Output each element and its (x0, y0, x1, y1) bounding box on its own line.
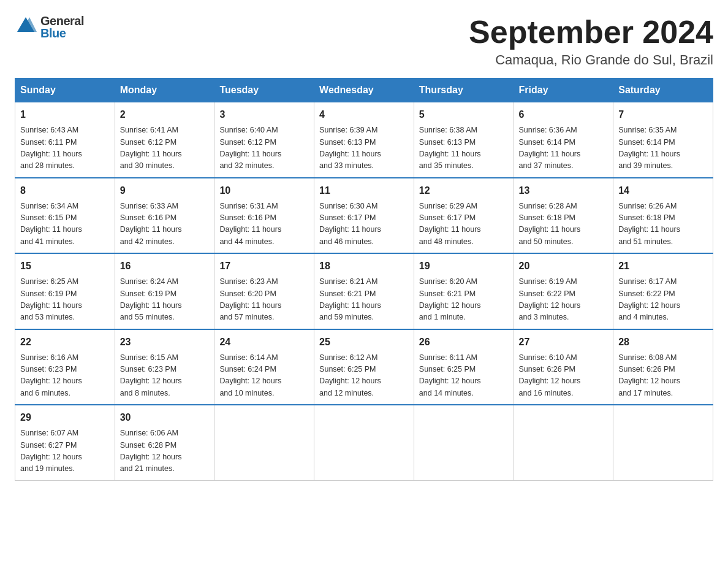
calendar-day-cell: 4Sunrise: 6:39 AM Sunset: 6:13 PM Daylig… (314, 102, 414, 178)
calendar-day-cell: 1Sunrise: 6:43 AM Sunset: 6:11 PM Daylig… (15, 102, 115, 178)
calendar-subtitle: Camaqua, Rio Grande do Sul, Brazil (469, 52, 713, 68)
day-number: 3 (219, 107, 309, 122)
calendar-week-row: 8Sunrise: 6:34 AM Sunset: 6:15 PM Daylig… (15, 178, 713, 254)
calendar-day-cell (214, 405, 314, 480)
day-number: 13 (519, 183, 609, 198)
day-info: Sunrise: 6:07 AM Sunset: 6:27 PM Dayligh… (20, 427, 110, 475)
calendar-week-row: 15Sunrise: 6:25 AM Sunset: 6:19 PM Dayli… (15, 253, 713, 329)
calendar-day-cell: 3Sunrise: 6:40 AM Sunset: 6:12 PM Daylig… (214, 102, 314, 178)
day-number: 21 (618, 259, 708, 274)
page-header: General Blue September 2024 Camaqua, Rio… (15, 15, 713, 68)
calendar-day-cell: 16Sunrise: 6:24 AM Sunset: 6:19 PM Dayli… (115, 253, 214, 329)
calendar-day-cell: 22Sunrise: 6:16 AM Sunset: 6:23 PM Dayli… (15, 329, 115, 405)
day-number: 24 (219, 335, 309, 350)
day-info: Sunrise: 6:39 AM Sunset: 6:13 PM Dayligh… (319, 124, 409, 172)
day-info: Sunrise: 6:17 AM Sunset: 6:22 PM Dayligh… (618, 276, 708, 324)
calendar-day-cell: 8Sunrise: 6:34 AM Sunset: 6:15 PM Daylig… (15, 178, 115, 254)
day-info: Sunrise: 6:41 AM Sunset: 6:12 PM Dayligh… (120, 124, 210, 172)
calendar-day-cell (414, 405, 514, 480)
logo: General Blue (15, 15, 84, 39)
calendar-day-cell: 11Sunrise: 6:30 AM Sunset: 6:17 PM Dayli… (314, 178, 414, 254)
day-info: Sunrise: 6:11 AM Sunset: 6:25 PM Dayligh… (419, 352, 509, 400)
logo-text-general: General (40, 15, 84, 27)
day-number: 16 (120, 259, 210, 274)
day-number: 20 (519, 259, 609, 274)
calendar-day-cell: 18Sunrise: 6:21 AM Sunset: 6:21 PM Dayli… (314, 253, 414, 329)
day-info: Sunrise: 6:26 AM Sunset: 6:18 PM Dayligh… (618, 201, 708, 248)
day-info: Sunrise: 6:06 AM Sunset: 6:28 PM Dayligh… (120, 427, 210, 475)
day-of-week-header: Tuesday (214, 79, 314, 102)
day-info: Sunrise: 6:25 AM Sunset: 6:19 PM Dayligh… (20, 276, 110, 324)
day-info: Sunrise: 6:08 AM Sunset: 6:26 PM Dayligh… (618, 352, 708, 400)
day-number: 6 (519, 107, 609, 122)
calendar-week-row: 29Sunrise: 6:07 AM Sunset: 6:27 PM Dayli… (15, 405, 713, 480)
day-info: Sunrise: 6:34 AM Sunset: 6:15 PM Dayligh… (20, 201, 110, 248)
day-number: 28 (618, 335, 708, 350)
day-number: 12 (419, 183, 509, 198)
day-info: Sunrise: 6:28 AM Sunset: 6:18 PM Dayligh… (519, 201, 609, 248)
day-number: 9 (120, 183, 210, 198)
calendar-day-cell: 17Sunrise: 6:23 AM Sunset: 6:20 PM Dayli… (214, 253, 314, 329)
calendar-day-cell (613, 405, 713, 480)
day-number: 25 (319, 335, 409, 350)
calendar-day-cell: 6Sunrise: 6:36 AM Sunset: 6:14 PM Daylig… (514, 102, 613, 178)
day-info: Sunrise: 6:30 AM Sunset: 6:17 PM Dayligh… (319, 201, 409, 248)
title-area: September 2024 Camaqua, Rio Grande do Su… (469, 15, 713, 68)
calendar-day-cell: 5Sunrise: 6:38 AM Sunset: 6:13 PM Daylig… (414, 102, 514, 178)
day-of-week-header: Monday (115, 79, 214, 102)
day-number: 26 (419, 335, 509, 350)
day-of-week-header: Thursday (414, 79, 514, 102)
day-info: Sunrise: 6:35 AM Sunset: 6:14 PM Dayligh… (618, 124, 708, 172)
calendar-day-cell: 23Sunrise: 6:15 AM Sunset: 6:23 PM Dayli… (115, 329, 214, 405)
calendar-week-row: 1Sunrise: 6:43 AM Sunset: 6:11 PM Daylig… (15, 102, 713, 178)
calendar-day-cell: 12Sunrise: 6:29 AM Sunset: 6:17 PM Dayli… (414, 178, 514, 254)
day-info: Sunrise: 6:21 AM Sunset: 6:21 PM Dayligh… (319, 276, 409, 324)
day-number: 30 (120, 410, 210, 425)
calendar-header-row: SundayMondayTuesdayWednesdayThursdayFrid… (15, 79, 713, 102)
day-number: 10 (219, 183, 309, 198)
calendar-day-cell: 10Sunrise: 6:31 AM Sunset: 6:16 PM Dayli… (214, 178, 314, 254)
calendar-day-cell: 29Sunrise: 6:07 AM Sunset: 6:27 PM Dayli… (15, 405, 115, 480)
day-number: 18 (319, 259, 409, 274)
day-number: 11 (319, 183, 409, 198)
logo-icon (15, 15, 37, 37)
day-info: Sunrise: 6:14 AM Sunset: 6:24 PM Dayligh… (219, 352, 309, 400)
calendar-day-cell: 24Sunrise: 6:14 AM Sunset: 6:24 PM Dayli… (214, 329, 314, 405)
logo-text-blue: Blue (40, 27, 84, 39)
calendar-day-cell: 2Sunrise: 6:41 AM Sunset: 6:12 PM Daylig… (115, 102, 214, 178)
day-number: 8 (20, 183, 110, 198)
day-number: 19 (419, 259, 509, 274)
day-of-week-header: Wednesday (314, 79, 414, 102)
calendar-day-cell: 9Sunrise: 6:33 AM Sunset: 6:16 PM Daylig… (115, 178, 214, 254)
day-number: 23 (120, 335, 210, 350)
calendar-day-cell: 27Sunrise: 6:10 AM Sunset: 6:26 PM Dayli… (514, 329, 613, 405)
calendar-week-row: 22Sunrise: 6:16 AM Sunset: 6:23 PM Dayli… (15, 329, 713, 405)
day-info: Sunrise: 6:10 AM Sunset: 6:26 PM Dayligh… (519, 352, 609, 400)
day-of-week-header: Saturday (613, 79, 713, 102)
calendar-day-cell: 30Sunrise: 6:06 AM Sunset: 6:28 PM Dayli… (115, 405, 214, 480)
calendar-day-cell: 26Sunrise: 6:11 AM Sunset: 6:25 PM Dayli… (414, 329, 514, 405)
day-info: Sunrise: 6:20 AM Sunset: 6:21 PM Dayligh… (419, 276, 509, 324)
calendar-day-cell (314, 405, 414, 480)
day-info: Sunrise: 6:23 AM Sunset: 6:20 PM Dayligh… (219, 276, 309, 324)
day-info: Sunrise: 6:31 AM Sunset: 6:16 PM Dayligh… (219, 201, 309, 248)
day-info: Sunrise: 6:38 AM Sunset: 6:13 PM Dayligh… (419, 124, 509, 172)
calendar-day-cell: 28Sunrise: 6:08 AM Sunset: 6:26 PM Dayli… (613, 329, 713, 405)
day-info: Sunrise: 6:33 AM Sunset: 6:16 PM Dayligh… (120, 201, 210, 248)
day-info: Sunrise: 6:12 AM Sunset: 6:25 PM Dayligh… (319, 352, 409, 400)
day-number: 14 (618, 183, 708, 198)
day-number: 22 (20, 335, 110, 350)
calendar-day-cell: 20Sunrise: 6:19 AM Sunset: 6:22 PM Dayli… (514, 253, 613, 329)
day-info: Sunrise: 6:16 AM Sunset: 6:23 PM Dayligh… (20, 352, 110, 400)
day-number: 2 (120, 107, 210, 122)
day-of-week-header: Friday (514, 79, 613, 102)
calendar-table: SundayMondayTuesdayWednesdayThursdayFrid… (15, 78, 713, 481)
calendar-title: September 2024 (469, 15, 713, 50)
day-info: Sunrise: 6:19 AM Sunset: 6:22 PM Dayligh… (519, 276, 609, 324)
calendar-day-cell (514, 405, 613, 480)
calendar-day-cell: 21Sunrise: 6:17 AM Sunset: 6:22 PM Dayli… (613, 253, 713, 329)
day-of-week-header: Sunday (15, 79, 115, 102)
calendar-day-cell: 15Sunrise: 6:25 AM Sunset: 6:19 PM Dayli… (15, 253, 115, 329)
day-info: Sunrise: 6:15 AM Sunset: 6:23 PM Dayligh… (120, 352, 210, 400)
day-number: 15 (20, 259, 110, 274)
